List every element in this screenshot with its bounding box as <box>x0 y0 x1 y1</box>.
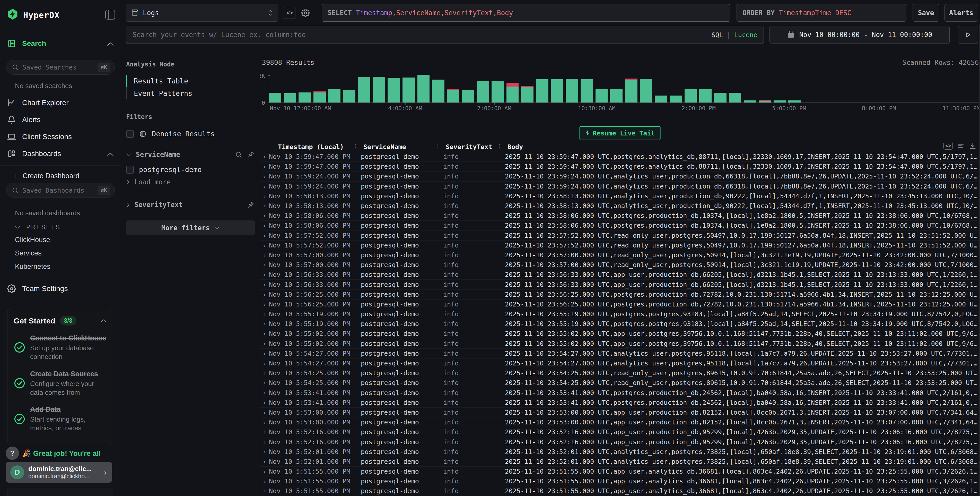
row-expand-chevron[interactable]: › <box>260 349 269 357</box>
sidebar-collapse-icon[interactable] <box>105 10 115 19</box>
row-expand-chevron[interactable]: › <box>260 458 269 466</box>
histogram-bar[interactable] <box>446 89 461 102</box>
scrollbar-track[interactable] <box>979 24 980 496</box>
table-row[interactable]: ›Nov 10 5:54:27.000 PMpostgresql-demoinf… <box>260 359 980 368</box>
histogram-bar[interactable] <box>743 100 757 102</box>
filter-group-severitytext[interactable]: SeverityText <box>126 201 255 209</box>
row-expand-chevron[interactable]: › <box>260 163 269 171</box>
histogram-bar[interactable] <box>728 93 743 102</box>
table-row[interactable]: ›Nov 10 5:52:16.000 PMpostgresql-demoinf… <box>260 427 980 437</box>
sidebar-item-chart-explorer[interactable]: Chart Explorer <box>7 98 69 107</box>
table-row[interactable]: ›Nov 10 5:55:19.000 PMpostgresql-demoinf… <box>260 319 980 329</box>
histogram-bar[interactable] <box>535 79 550 102</box>
more-filters-button[interactable]: More filters <box>126 220 255 235</box>
row-expand-chevron[interactable]: › <box>260 281 269 289</box>
histogram-bar[interactable] <box>283 93 298 102</box>
get-started-item[interactable]: Create Data SourcesConfigure where your … <box>14 370 107 397</box>
histogram-bar[interactable] <box>772 100 787 102</box>
help-button[interactable]: ? <box>6 447 19 460</box>
table-row[interactable]: ›Nov 10 5:56:33.000 PMpostgresql-demoinf… <box>260 270 980 280</box>
row-expand-chevron[interactable]: › <box>260 408 269 416</box>
table-row[interactable]: ›Nov 10 5:54:27.000 PMpostgresql-demoinf… <box>260 349 980 359</box>
presets-header[interactable]: PRESETS <box>14 223 60 231</box>
row-expand-chevron[interactable]: › <box>260 340 269 348</box>
results-histogram[interactable]: 2K 0 <box>268 72 980 103</box>
code-view-toggle[interactable]: <> <box>943 142 953 150</box>
table-row[interactable]: ›Nov 10 5:59:47.000 PMpostgresql-demoinf… <box>260 152 980 162</box>
denoise-filter[interactable]: Denoise Results <box>126 130 255 138</box>
table-row[interactable]: ›Nov 10 5:54:25.000 PMpostgresql-demoinf… <box>260 378 980 388</box>
filter-value-row[interactable]: postgresql-demo <box>126 166 255 174</box>
row-expand-chevron[interactable]: › <box>260 477 269 485</box>
histogram-bar[interactable] <box>268 93 283 102</box>
histogram-bar[interactable] <box>505 83 520 102</box>
table-row[interactable]: ›Nov 10 5:57:52.000 PMpostgresql-demoinf… <box>260 241 980 250</box>
table-row[interactable]: ›Nov 10 5:51:55.000 PMpostgresql-demoinf… <box>260 467 980 477</box>
chevron-up-icon[interactable] <box>107 152 114 156</box>
row-expand-chevron[interactable]: › <box>260 487 269 495</box>
sidebar-item-team-settings[interactable]: Team Settings <box>7 284 68 293</box>
histogram-bar[interactable] <box>624 78 639 102</box>
histogram-bar[interactable] <box>550 79 565 102</box>
get-started-item[interactable]: Add DataStart sending logs, metrics, or … <box>14 405 107 433</box>
row-expand-chevron[interactable]: › <box>260 379 269 387</box>
chevron-up-icon[interactable] <box>107 42 114 46</box>
row-expand-chevron[interactable]: › <box>260 300 269 308</box>
row-expand-chevron[interactable]: › <box>260 418 269 426</box>
row-expand-chevron[interactable]: › <box>260 290 269 298</box>
row-expand-chevron[interactable]: › <box>260 231 269 239</box>
histogram-bar[interactable] <box>609 89 624 102</box>
table-row[interactable]: ›Nov 10 5:53:00.000 PMpostgresql-demoinf… <box>260 408 980 418</box>
sidebar-item-search[interactable]: Search <box>7 39 46 48</box>
column-resize-handle[interactable] <box>438 143 438 149</box>
column-resize-handle[interactable] <box>355 143 356 149</box>
source-settings-button[interactable] <box>299 7 312 19</box>
table-row[interactable]: ›Nov 10 5:52:01.000 PMpostgresql-demoinf… <box>260 447 980 457</box>
row-expand-chevron[interactable]: › <box>260 448 269 456</box>
table-row[interactable]: ›Nov 10 5:57:00.000 PMpostgresql-demoinf… <box>260 250 980 260</box>
save-button[interactable]: Save <box>913 4 939 22</box>
preset-item[interactable]: Services <box>15 249 51 257</box>
denoise-checkbox[interactable] <box>126 130 134 138</box>
table-row[interactable]: ›Nov 10 5:57:00.000 PMpostgresql-demoinf… <box>260 260 980 270</box>
pin-icon[interactable] <box>247 201 255 208</box>
col-servicename[interactable]: ServiceName <box>361 143 443 151</box>
table-row[interactable]: ›Nov 10 5:58:13.000 PMpostgresql-demoinf… <box>260 191 980 201</box>
saved-dashboards-input[interactable]: Saved Dashboards ⌘K <box>6 183 115 198</box>
select-columns-input[interactable]: SELECT Timestamp ,ServiceName,SeverityTe… <box>322 4 730 22</box>
histogram-bar[interactable] <box>357 77 372 102</box>
code-view-button[interactable]: <> <box>283 7 296 19</box>
download-icon[interactable] <box>969 142 977 149</box>
saved-searches-input[interactable]: Saved Searches ⌘K <box>6 60 115 75</box>
search-icon[interactable] <box>235 151 242 158</box>
row-expand-chevron[interactable]: › <box>260 320 269 328</box>
table-row[interactable]: ›Nov 10 5:59:24.000 PMpostgresql-demoinf… <box>260 182 980 191</box>
table-row[interactable]: ›Nov 10 5:58:13.000 PMpostgresql-demoinf… <box>260 201 980 211</box>
histogram-bar[interactable] <box>565 79 579 102</box>
histogram-bar[interactable] <box>668 96 683 102</box>
date-range-picker[interactable]: Nov 10 00:00:00 - Nov 11 00:00:00 <box>770 26 950 44</box>
histogram-bar[interactable] <box>342 89 357 102</box>
histogram-bar[interactable] <box>461 89 476 102</box>
table-row[interactable]: ›Nov 10 5:53:41.000 PMpostgresql-demoinf… <box>260 398 980 408</box>
col-body[interactable]: Body <box>505 143 980 151</box>
col-timestamp[interactable]: Timestamp (Local) <box>269 143 361 151</box>
preset-item[interactable]: ClickHouse <box>15 236 51 244</box>
row-expand-chevron[interactable]: › <box>260 271 269 279</box>
language-toggle[interactable]: SQL | Lucene <box>711 31 757 38</box>
row-expand-chevron[interactable]: › <box>260 369 269 377</box>
row-expand-chevron[interactable]: › <box>260 389 269 397</box>
sidebar-item-dashboards[interactable]: Dashboards <box>7 149 61 158</box>
row-expand-chevron[interactable]: › <box>260 428 269 436</box>
orderby-input[interactable]: ORDER BY TimestampTime DESC <box>737 4 907 22</box>
histogram-bar[interactable] <box>698 89 713 102</box>
sidebar-item-client-sessions[interactable]: Client Sessions <box>7 132 72 141</box>
row-expand-chevron[interactable]: › <box>260 330 269 338</box>
table-row[interactable]: ›Nov 10 5:51:55.000 PMpostgresql-demoinf… <box>260 477 980 486</box>
histogram-bar[interactable] <box>431 80 446 102</box>
histogram-bar[interactable] <box>312 91 327 102</box>
histogram-bar[interactable] <box>757 100 772 102</box>
column-resize-handle[interactable] <box>499 143 500 149</box>
chevron-up-icon[interactable] <box>100 319 107 323</box>
row-expand-chevron[interactable]: › <box>260 172 269 180</box>
